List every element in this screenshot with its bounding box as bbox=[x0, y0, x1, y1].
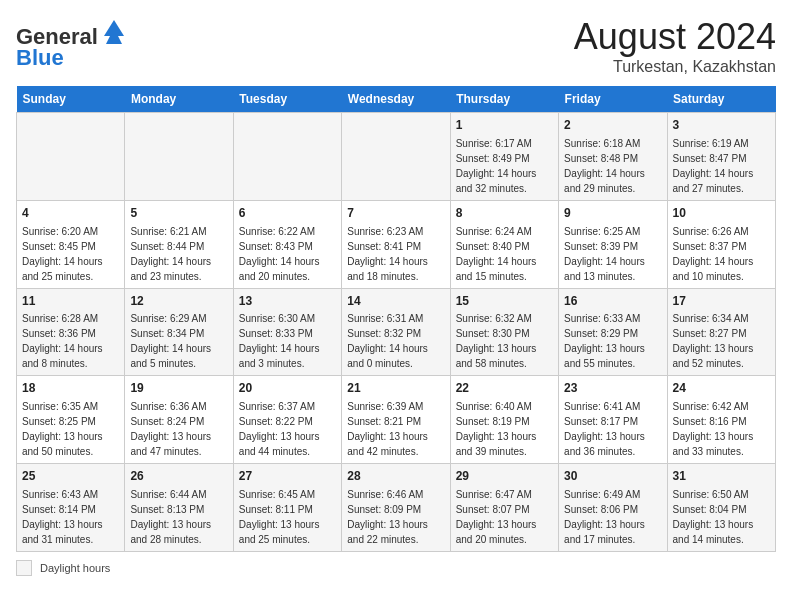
day-number: 16 bbox=[564, 293, 661, 310]
day-info: Sunrise: 6:33 AM Sunset: 8:29 PM Dayligh… bbox=[564, 313, 645, 369]
calendar-cell bbox=[233, 113, 341, 201]
day-number: 14 bbox=[347, 293, 444, 310]
day-info: Sunrise: 6:37 AM Sunset: 8:22 PM Dayligh… bbox=[239, 401, 320, 457]
calendar-cell: 18Sunrise: 6:35 AM Sunset: 8:25 PM Dayli… bbox=[17, 376, 125, 464]
day-info: Sunrise: 6:49 AM Sunset: 8:06 PM Dayligh… bbox=[564, 489, 645, 545]
weekday-header-wednesday: Wednesday bbox=[342, 86, 450, 113]
day-info: Sunrise: 6:21 AM Sunset: 8:44 PM Dayligh… bbox=[130, 226, 211, 282]
day-number: 12 bbox=[130, 293, 227, 310]
calendar-week-row: 18Sunrise: 6:35 AM Sunset: 8:25 PM Dayli… bbox=[17, 376, 776, 464]
calendar-cell: 23Sunrise: 6:41 AM Sunset: 8:17 PM Dayli… bbox=[559, 376, 667, 464]
calendar-cell: 8Sunrise: 6:24 AM Sunset: 8:40 PM Daylig… bbox=[450, 200, 558, 288]
day-info: Sunrise: 6:40 AM Sunset: 8:19 PM Dayligh… bbox=[456, 401, 537, 457]
footer: Daylight hours bbox=[16, 560, 776, 576]
day-number: 11 bbox=[22, 293, 119, 310]
day-number: 18 bbox=[22, 380, 119, 397]
calendar-cell: 13Sunrise: 6:30 AM Sunset: 8:33 PM Dayli… bbox=[233, 288, 341, 376]
day-info: Sunrise: 6:18 AM Sunset: 8:48 PM Dayligh… bbox=[564, 138, 645, 194]
calendar-cell bbox=[342, 113, 450, 201]
day-number: 13 bbox=[239, 293, 336, 310]
calendar-week-row: 11Sunrise: 6:28 AM Sunset: 8:36 PM Dayli… bbox=[17, 288, 776, 376]
calendar-cell: 31Sunrise: 6:50 AM Sunset: 8:04 PM Dayli… bbox=[667, 464, 775, 552]
location: Turkestan, Kazakhstan bbox=[574, 58, 776, 76]
calendar-cell: 14Sunrise: 6:31 AM Sunset: 8:32 PM Dayli… bbox=[342, 288, 450, 376]
day-info: Sunrise: 6:34 AM Sunset: 8:27 PM Dayligh… bbox=[673, 313, 754, 369]
logo-blue: Blue bbox=[16, 45, 64, 70]
day-number: 25 bbox=[22, 468, 119, 485]
calendar-cell: 16Sunrise: 6:33 AM Sunset: 8:29 PM Dayli… bbox=[559, 288, 667, 376]
day-number: 26 bbox=[130, 468, 227, 485]
day-info: Sunrise: 6:26 AM Sunset: 8:37 PM Dayligh… bbox=[673, 226, 754, 282]
day-info: Sunrise: 6:28 AM Sunset: 8:36 PM Dayligh… bbox=[22, 313, 103, 369]
calendar-cell bbox=[125, 113, 233, 201]
weekday-header-row: SundayMondayTuesdayWednesdayThursdayFrid… bbox=[17, 86, 776, 113]
calendar-cell: 1Sunrise: 6:17 AM Sunset: 8:49 PM Daylig… bbox=[450, 113, 558, 201]
day-info: Sunrise: 6:50 AM Sunset: 8:04 PM Dayligh… bbox=[673, 489, 754, 545]
day-number: 10 bbox=[673, 205, 770, 222]
day-number: 23 bbox=[564, 380, 661, 397]
day-info: Sunrise: 6:44 AM Sunset: 8:13 PM Dayligh… bbox=[130, 489, 211, 545]
day-info: Sunrise: 6:25 AM Sunset: 8:39 PM Dayligh… bbox=[564, 226, 645, 282]
calendar-cell: 12Sunrise: 6:29 AM Sunset: 8:34 PM Dayli… bbox=[125, 288, 233, 376]
calendar-cell: 19Sunrise: 6:36 AM Sunset: 8:24 PM Dayli… bbox=[125, 376, 233, 464]
month-year: August 2024 bbox=[574, 16, 776, 58]
logo-icon bbox=[100, 16, 128, 44]
calendar-cell: 28Sunrise: 6:46 AM Sunset: 8:09 PM Dayli… bbox=[342, 464, 450, 552]
day-number: 20 bbox=[239, 380, 336, 397]
day-number: 31 bbox=[673, 468, 770, 485]
day-info: Sunrise: 6:41 AM Sunset: 8:17 PM Dayligh… bbox=[564, 401, 645, 457]
day-info: Sunrise: 6:22 AM Sunset: 8:43 PM Dayligh… bbox=[239, 226, 320, 282]
calendar-cell: 10Sunrise: 6:26 AM Sunset: 8:37 PM Dayli… bbox=[667, 200, 775, 288]
day-info: Sunrise: 6:47 AM Sunset: 8:07 PM Dayligh… bbox=[456, 489, 537, 545]
weekday-header-monday: Monday bbox=[125, 86, 233, 113]
calendar-cell: 15Sunrise: 6:32 AM Sunset: 8:30 PM Dayli… bbox=[450, 288, 558, 376]
weekday-header-friday: Friday bbox=[559, 86, 667, 113]
day-number: 19 bbox=[130, 380, 227, 397]
calendar-cell: 6Sunrise: 6:22 AM Sunset: 8:43 PM Daylig… bbox=[233, 200, 341, 288]
logo: General Blue bbox=[16, 16, 128, 71]
day-info: Sunrise: 6:32 AM Sunset: 8:30 PM Dayligh… bbox=[456, 313, 537, 369]
weekday-header-tuesday: Tuesday bbox=[233, 86, 341, 113]
day-number: 22 bbox=[456, 380, 553, 397]
calendar-cell: 2Sunrise: 6:18 AM Sunset: 8:48 PM Daylig… bbox=[559, 113, 667, 201]
weekday-header-saturday: Saturday bbox=[667, 86, 775, 113]
day-info: Sunrise: 6:31 AM Sunset: 8:32 PM Dayligh… bbox=[347, 313, 428, 369]
calendar-cell: 27Sunrise: 6:45 AM Sunset: 8:11 PM Dayli… bbox=[233, 464, 341, 552]
calendar-cell: 20Sunrise: 6:37 AM Sunset: 8:22 PM Dayli… bbox=[233, 376, 341, 464]
calendar-cell: 9Sunrise: 6:25 AM Sunset: 8:39 PM Daylig… bbox=[559, 200, 667, 288]
day-info: Sunrise: 6:36 AM Sunset: 8:24 PM Dayligh… bbox=[130, 401, 211, 457]
day-number: 7 bbox=[347, 205, 444, 222]
day-info: Sunrise: 6:46 AM Sunset: 8:09 PM Dayligh… bbox=[347, 489, 428, 545]
day-info: Sunrise: 6:19 AM Sunset: 8:47 PM Dayligh… bbox=[673, 138, 754, 194]
day-info: Sunrise: 6:23 AM Sunset: 8:41 PM Dayligh… bbox=[347, 226, 428, 282]
day-info: Sunrise: 6:39 AM Sunset: 8:21 PM Dayligh… bbox=[347, 401, 428, 457]
calendar-cell: 4Sunrise: 6:20 AM Sunset: 8:45 PM Daylig… bbox=[17, 200, 125, 288]
day-info: Sunrise: 6:29 AM Sunset: 8:34 PM Dayligh… bbox=[130, 313, 211, 369]
calendar-cell: 3Sunrise: 6:19 AM Sunset: 8:47 PM Daylig… bbox=[667, 113, 775, 201]
daylight-label: Daylight hours bbox=[40, 562, 110, 574]
day-number: 15 bbox=[456, 293, 553, 310]
calendar-cell: 22Sunrise: 6:40 AM Sunset: 8:19 PM Dayli… bbox=[450, 376, 558, 464]
day-info: Sunrise: 6:35 AM Sunset: 8:25 PM Dayligh… bbox=[22, 401, 103, 457]
day-number: 17 bbox=[673, 293, 770, 310]
day-number: 1 bbox=[456, 117, 553, 134]
day-info: Sunrise: 6:17 AM Sunset: 8:49 PM Dayligh… bbox=[456, 138, 537, 194]
calendar-table: SundayMondayTuesdayWednesdayThursdayFrid… bbox=[16, 86, 776, 552]
calendar-week-row: 1Sunrise: 6:17 AM Sunset: 8:49 PM Daylig… bbox=[17, 113, 776, 201]
title-block: August 2024 Turkestan, Kazakhstan bbox=[574, 16, 776, 76]
day-number: 5 bbox=[130, 205, 227, 222]
day-info: Sunrise: 6:42 AM Sunset: 8:16 PM Dayligh… bbox=[673, 401, 754, 457]
day-number: 27 bbox=[239, 468, 336, 485]
svg-marker-0 bbox=[104, 20, 124, 36]
day-number: 24 bbox=[673, 380, 770, 397]
day-number: 4 bbox=[22, 205, 119, 222]
calendar-week-row: 4Sunrise: 6:20 AM Sunset: 8:45 PM Daylig… bbox=[17, 200, 776, 288]
calendar-cell: 26Sunrise: 6:44 AM Sunset: 8:13 PM Dayli… bbox=[125, 464, 233, 552]
calendar-cell: 30Sunrise: 6:49 AM Sunset: 8:06 PM Dayli… bbox=[559, 464, 667, 552]
day-number: 9 bbox=[564, 205, 661, 222]
daylight-box-icon bbox=[16, 560, 32, 576]
calendar-week-row: 25Sunrise: 6:43 AM Sunset: 8:14 PM Dayli… bbox=[17, 464, 776, 552]
day-info: Sunrise: 6:43 AM Sunset: 8:14 PM Dayligh… bbox=[22, 489, 103, 545]
calendar-cell: 5Sunrise: 6:21 AM Sunset: 8:44 PM Daylig… bbox=[125, 200, 233, 288]
calendar-cell: 21Sunrise: 6:39 AM Sunset: 8:21 PM Dayli… bbox=[342, 376, 450, 464]
